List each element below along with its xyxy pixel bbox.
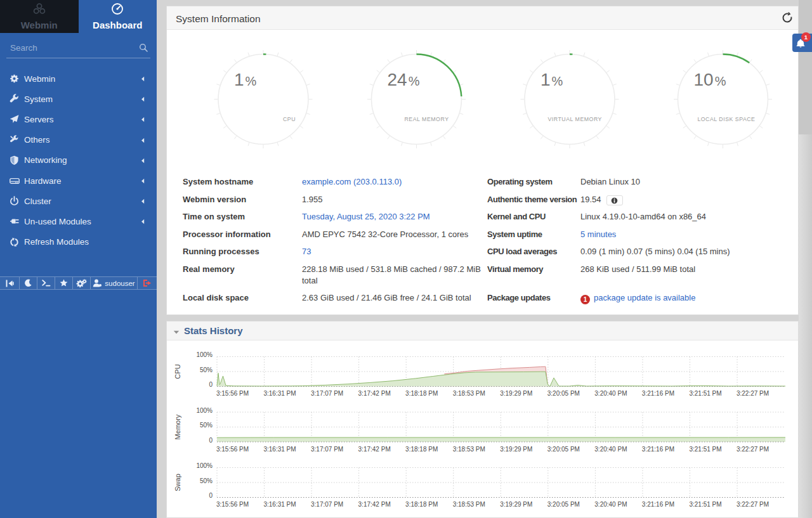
scrollbar[interactable] [799, 0, 812, 518]
sidebar-toolbar: sudouser [0, 276, 157, 290]
search-field[interactable]: Search [6, 38, 150, 58]
info-value-text: 1.955 [302, 195, 323, 204]
info-value-text: Debian Linux 10 [580, 177, 640, 186]
wrench [10, 94, 19, 104]
sidebar-item-label: Un-used Modules [24, 217, 91, 226]
y-tick-label: 50% [200, 477, 213, 484]
collapse-caret-icon [173, 325, 180, 337]
sidebar-item-system[interactable]: System [0, 89, 157, 109]
caret-left [141, 158, 145, 164]
chart-axis-label: CPU [174, 364, 181, 379]
x-tick-label: 3:22:27 PM [737, 446, 769, 453]
info-value-link[interactable]: 5 minutes [580, 230, 616, 239]
terminal-button[interactable] [37, 277, 55, 289]
info-value: 0.09 (1 min) 0.07 (5 mins) 0.04 (15 mins… [580, 246, 787, 257]
x-tick-label: 3:17:42 PM [358, 446, 391, 453]
search [139, 43, 148, 52]
info-value-link[interactable]: package update is available [594, 293, 695, 302]
sidebar-item-cluster[interactable]: Cluster [0, 191, 157, 211]
tools [10, 135, 19, 145]
x-tick-label: 3:17:42 PM [358, 501, 391, 508]
x-tick-label: 3:21:16 PM [642, 390, 674, 397]
stats-history-title: Stats History [184, 325, 243, 336]
sidebar-item-label: Others [24, 135, 50, 145]
sidebar-item-label: Servers [24, 115, 54, 124]
shield [10, 155, 19, 165]
x-tick-label: 3:19:29 PM [500, 446, 532, 453]
night-mode-button[interactable] [20, 277, 37, 289]
star-icon [60, 279, 68, 287]
series-area-cpu-user [217, 372, 785, 386]
info-value: Debian Linux 10 [580, 176, 787, 188]
collapse-sidebar-button[interactable] [0, 277, 20, 289]
sidebar-item-refresh-modules[interactable]: Refresh Modules [0, 232, 157, 252]
info-value-text: 2.63 GiB used / 21.46 GiB free / 24.1 Gi… [302, 293, 471, 302]
scrollbar-thumb[interactable] [799, 0, 812, 134]
info-value: 268 KiB used / 511.99 MiB total [580, 264, 787, 275]
sidebar-item-servers[interactable]: Servers [0, 109, 157, 129]
search-placeholder: Search [10, 43, 37, 53]
info-circle [611, 197, 618, 204]
caret-left [141, 76, 145, 82]
x-tick-label: 3:18:53 PM [453, 390, 485, 397]
info-value: 5 minutes [580, 229, 787, 240]
info-value-link[interactable]: 73 [302, 247, 311, 256]
info-row: Processor informationAMD EPYC 7542 32-Co… [183, 229, 787, 240]
caret-left-icon [141, 216, 145, 227]
chart-axis-label: Memory [174, 414, 181, 439]
sidebar-item-webmin[interactable]: Webmin [0, 68, 157, 89]
x-tick-label: 3:18:18 PM [405, 501, 438, 508]
info-label: System hostname [183, 176, 302, 188]
stats-history-header[interactable]: Stats History [167, 321, 798, 340]
settings-button[interactable] [73, 277, 91, 289]
info-value-text: 268 KiB used / 511.99 MiB total [580, 264, 695, 274]
info-value-link[interactable]: Tuesday, August 25, 2020 3:22 PM [302, 212, 430, 221]
info-row: Webmin version1.955Authentic theme versi… [183, 194, 787, 206]
info-value-text: Linux 4.19.0-10-amd64 on x86_64 [580, 212, 706, 221]
x-tick-label: 3:22:27 PM [737, 390, 769, 397]
info-value-link[interactable]: example.com (203.0.113.0) [302, 177, 402, 186]
caret-left-icon [141, 93, 145, 105]
terminal [42, 280, 51, 287]
collapse-icon [6, 280, 14, 287]
terminal-icon [42, 280, 51, 287]
logout-button[interactable] [138, 277, 157, 289]
hdd [10, 176, 20, 186]
info-value: example.com (203.0.113.0) [302, 176, 487, 188]
x-tick-label: 3:18:53 PM [453, 501, 485, 508]
tab-webmin[interactable]: Webmin [0, 0, 79, 33]
sidebar-item-un-used-modules[interactable]: Un-used Modules [0, 211, 157, 231]
favorites-button[interactable] [55, 277, 73, 289]
cogs [76, 279, 87, 288]
y-tick-label: 100% [196, 462, 213, 469]
user-button[interactable]: sudouser [91, 277, 138, 289]
main-content: System Information 1%CPU24%REAL MEMORY1%… [157, 0, 812, 518]
signout [143, 279, 152, 287]
info-label: System uptime [487, 229, 580, 240]
notifications-button[interactable]: 1 [792, 34, 812, 52]
sidebar-menu: WebminSystemServers Others Networking Ha… [0, 68, 157, 252]
info-row: Local disk space2.63 GiB used / 21.46 Gi… [183, 292, 787, 304]
info-row: Real memory228.18 MiB used / 531.8 MiB c… [183, 264, 787, 287]
sidebar-item-networking[interactable]: Networking [0, 150, 157, 171]
info-row: Time on systemTuesday, August 25, 2020 3… [183, 211, 787, 223]
sidebar-item-label: Hardware [24, 176, 62, 186]
power [10, 196, 19, 206]
caret-left-icon [141, 175, 145, 186]
sidebar-item-others[interactable]: Others [0, 130, 157, 150]
caret-left-icon [141, 113, 145, 125]
info-label: Real memory [183, 264, 302, 275]
x-tick-label: 3:21:51 PM [689, 446, 721, 453]
search-icon[interactable] [139, 43, 148, 55]
tab-dashboard[interactable]: Dashboard [79, 0, 157, 33]
x-tick-label: 3:20:40 PM [594, 390, 627, 397]
sidebar-item-hardware[interactable]: Hardware [0, 171, 157, 191]
caret-left-icon [141, 134, 145, 146]
refresh-icon [9, 237, 20, 247]
gauge [111, 3, 124, 15]
theme-info-button[interactable] [606, 195, 623, 205]
y-tick-label: 50% [200, 422, 213, 429]
y-tick-label: 0 [209, 381, 213, 388]
signout-icon [143, 279, 152, 287]
power-icon [9, 196, 20, 206]
